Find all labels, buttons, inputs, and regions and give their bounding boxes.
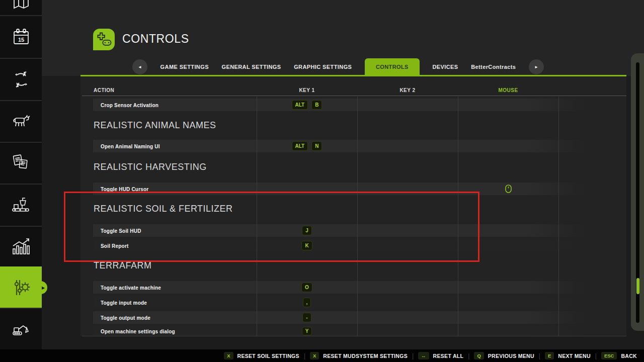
key1-cell[interactable]: J — [257, 224, 357, 237]
sidebar-item-statistics[interactable] — [0, 226, 42, 266]
table-row-toggle-activate-machine[interactable]: Toggle activate machine O — [93, 281, 585, 294]
key-badge: X — [224, 352, 233, 360]
key1-cell[interactable]: ALT B — [257, 99, 357, 111]
table-row-soil-report[interactable]: Soil Report K — [93, 239, 585, 252]
back-button[interactable]: ESC BACK — [601, 352, 637, 360]
action-label: Open Animal Naming UI — [101, 143, 160, 149]
key-badge: , — [303, 298, 311, 307]
key-badge: Y — [302, 327, 312, 335]
previous-menu-button[interactable]: Q PREVIOUS MENU — [474, 352, 534, 360]
footer-separator: | — [539, 352, 540, 359]
table-row-toggle-input-mode[interactable]: Toggle input mode , — [93, 296, 585, 309]
reset-soil-settings-button[interactable]: X RESET SOIL SETTINGS — [224, 352, 299, 360]
game-settings-window: 15 — [0, 0, 644, 362]
key1-cell[interactable]: K — [257, 239, 357, 252]
footer-label: RESET SOIL SETTINGS — [237, 353, 299, 359]
sidebar-item-mod-settings[interactable]: ▶ — [0, 266, 42, 308]
tabs-prev-button[interactable]: ◄ — [132, 59, 147, 74]
table-row-open-animal-naming-ui[interactable]: Open Animal Naming UI ALT N — [93, 140, 585, 152]
section-title-realistic-soil-fertilizer: REALISTIC SOIL & FERTILIZER — [94, 204, 233, 214]
footer-label: BACK — [621, 353, 637, 359]
key-badge: E — [545, 352, 554, 360]
section-title-realistic-harvesting: REALISTIC HARVESTING — [94, 162, 207, 172]
statistics-icon — [10, 236, 32, 258]
key-badge: ALT — [292, 141, 308, 151]
column-divider — [558, 97, 559, 336]
mod-settings-icon — [10, 277, 32, 299]
sidebar-item-crop-rotation[interactable] — [0, 58, 42, 100]
key-badge: J — [302, 226, 312, 235]
key1-cell[interactable]: O — [257, 281, 357, 294]
chevron-right-icon: ► — [534, 65, 538, 69]
production-icon — [10, 194, 32, 216]
tab-game-settings[interactable]: GAME SETTINGS — [160, 64, 209, 70]
tab-bettercontracts[interactable]: BetterContracts — [471, 64, 516, 70]
key-badge: K — [301, 241, 312, 250]
key-badge: Q — [474, 352, 484, 360]
column-header-action: ACTION — [94, 87, 114, 93]
table-bottom-divider — [82, 336, 626, 336]
calendar-icon: 15 — [11, 27, 32, 48]
reset-all-key-icon: ↔ — [418, 352, 429, 360]
tab-controls[interactable]: CONTROLS — [365, 58, 420, 75]
footer-separator: | — [304, 352, 305, 359]
reset-mudsystem-settings-button[interactable]: X RESET MUDSYSTEM SETTINGS — [310, 352, 408, 360]
tabs-next-button[interactable]: ► — [529, 59, 544, 74]
map-icon — [11, 0, 31, 13]
section-title-terrafarm: TERRAFARM — [94, 260, 152, 271]
scrollbar-thumb[interactable] — [636, 278, 639, 294]
contracts-icon — [10, 152, 32, 174]
sidebar-menu: 15 — [0, 0, 42, 349]
sidebar-item-animals[interactable] — [0, 100, 42, 142]
sidebar-item-calendar[interactable]: 15 — [0, 15, 42, 58]
sidebar-item-map[interactable] — [0, 0, 42, 15]
page-title: CONTROLS — [122, 32, 189, 46]
key-badge: - — [302, 313, 311, 322]
key-badge: O — [301, 283, 312, 292]
sidebar-item-construction[interactable] — [0, 308, 42, 349]
footer-label: NEXT MENU — [558, 353, 591, 359]
action-label: Crop Sensor Activation — [101, 102, 158, 108]
key1-cell[interactable]: ALT N — [257, 140, 357, 152]
key-badge: N — [311, 141, 322, 151]
footer-separator: | — [468, 352, 469, 359]
table-row-toggle-hud-cursor[interactable]: Toggle HUD Cursor — [93, 183, 585, 195]
action-label: Toggle HUD Cursor — [101, 186, 148, 192]
key1-cell[interactable]: Y — [257, 326, 357, 336]
table-row-open-machine-settings-dialog[interactable]: Open machine settings dialog Y — [93, 326, 585, 336]
column-header-mouse: MOUSE — [458, 87, 558, 93]
column-header-key2: KEY 2 — [357, 87, 458, 93]
chevron-left-icon: ◄ — [138, 65, 142, 69]
key1-cell[interactable]: - — [257, 311, 357, 324]
footer-label: RESET MUDSYSTEM SETTINGS — [323, 353, 408, 359]
footer-label: RESET ALL — [433, 353, 464, 359]
table-row-toggle-soil-hud[interactable]: Toggle Soil HUD J — [93, 224, 585, 237]
table-row-toggle-output-mode[interactable]: Toggle output mode - — [93, 311, 585, 324]
key-badge: ESC — [601, 352, 617, 360]
footer-shortcut-bar: X RESET SOIL SETTINGS | X RESET MUDSYSTE… — [0, 349, 644, 362]
action-label: Toggle Soil HUD — [101, 228, 141, 233]
action-label: Soil Report — [101, 243, 129, 248]
mouse-cell[interactable] — [458, 183, 558, 195]
key-badge: ALT — [292, 100, 308, 110]
table-row-crop-sensor-activation[interactable]: Crop Sensor Activation ALT B — [93, 99, 585, 111]
action-label: Open machine settings dialog — [101, 328, 175, 334]
excavator-icon — [10, 318, 32, 340]
sidebar-item-contracts[interactable] — [0, 142, 42, 184]
column-header-key1: KEY 1 — [257, 87, 357, 93]
next-menu-button[interactable]: E NEXT MENU — [545, 352, 591, 360]
key1-cell[interactable]: , — [257, 296, 357, 309]
reset-all-button[interactable]: ↔ RESET ALL — [418, 352, 463, 360]
calendar-day-label: 15 — [18, 37, 24, 43]
controls-app-icon — [93, 29, 115, 50]
action-label: Toggle input mode — [101, 300, 147, 305]
sidebar-item-production[interactable] — [0, 184, 42, 226]
column-divider — [257, 97, 257, 336]
column-divider — [458, 97, 458, 336]
key-badge: B — [311, 100, 322, 110]
tab-general-settings[interactable]: GENERAL SETTINGS — [221, 64, 281, 70]
tab-graphic-settings[interactable]: GRAPHIC SETTINGS — [294, 64, 352, 70]
tab-devices[interactable]: DEVICES — [432, 64, 458, 70]
column-divider — [357, 97, 358, 336]
mouse-icon — [505, 185, 512, 193]
